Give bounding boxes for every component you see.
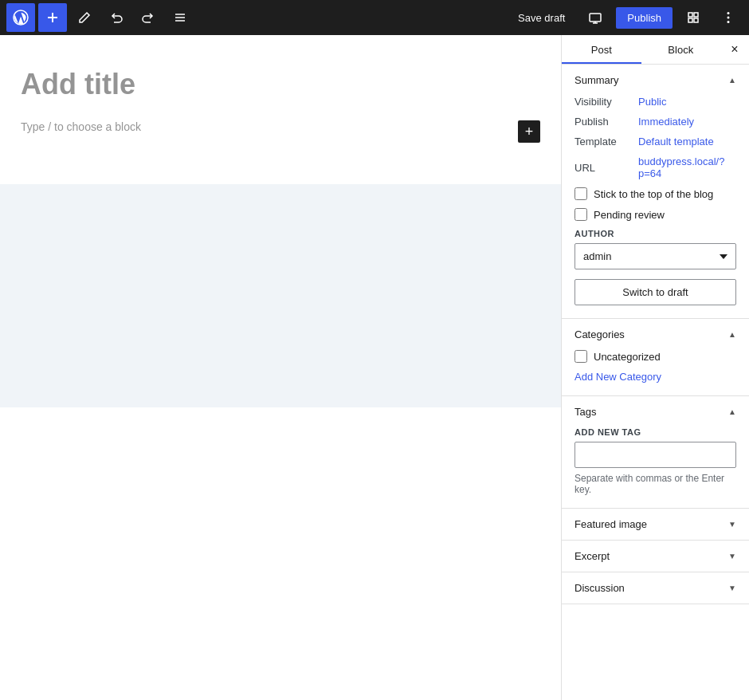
svg-rect-10 [694, 13, 698, 17]
uncategorized-label: Uncategorized [594, 351, 661, 363]
svg-rect-6 [590, 14, 601, 22]
summary-heading: Summary [574, 74, 619, 86]
tags-section-body: ADD NEW TAG Separate with commas or the … [562, 427, 749, 508]
add-block-button[interactable] [38, 3, 67, 32]
settings-button[interactable] [679, 3, 708, 32]
categories-chevron-icon: ▲ [728, 330, 736, 339]
svg-point-15 [727, 21, 730, 23]
discussion-heading: Discussion [574, 582, 625, 594]
save-draft-button[interactable]: Save draft [508, 7, 574, 29]
publish-label: Publish [574, 116, 638, 128]
switch-to-draft-button[interactable]: Switch to draft [574, 279, 736, 305]
categories-section-header[interactable]: Categories ▲ [562, 319, 749, 350]
svg-point-14 [727, 17, 730, 19]
post-title-input[interactable] [21, 67, 540, 101]
more-options-button[interactable] [714, 3, 743, 32]
summary-publish-row: Publish Immediately [574, 116, 736, 128]
sidebar-body: Summary ▲ Visibility Public Publish Imme… [562, 65, 749, 700]
summary-url-row: URL buddypress.local/?p=64 [574, 155, 736, 179]
editor-area: Type / to choose a block + [0, 35, 561, 700]
template-label: Template [574, 136, 638, 147]
section-tags: Tags ▲ ADD NEW TAG Separate with commas … [562, 396, 749, 509]
section-categories: Categories ▲ Uncategorized Add New Categ… [562, 319, 749, 396]
summary-chevron-icon: ▲ [728, 76, 736, 85]
editor-content: Type / to choose a block + [2, 35, 559, 184]
editor-bottom-area [0, 184, 561, 407]
tags-section-header[interactable]: Tags ▲ [562, 396, 749, 427]
url-value[interactable]: buddypress.local/?p=64 [638, 155, 736, 179]
tags-chevron-icon: ▲ [728, 407, 736, 416]
summary-section-header[interactable]: Summary ▲ [562, 65, 749, 96]
summary-visibility-row: Visibility Public [574, 96, 736, 108]
svg-rect-12 [694, 18, 698, 22]
section-summary: Summary ▲ Visibility Public Publish Imme… [562, 65, 749, 319]
block-inserter-area: Type / to choose a block + [21, 120, 540, 152]
featured-image-chevron-icon: ▼ [728, 520, 736, 529]
redo-button[interactable] [134, 3, 163, 32]
pending-review-row: Pending review [574, 208, 736, 221]
summary-template-row: Template Default template [574, 136, 736, 147]
tab-post[interactable]: Post [562, 35, 641, 64]
toolbar-left [6, 3, 505, 32]
stick-to-top-label: Stick to the top of the blog [594, 188, 713, 200]
featured-image-heading: Featured image [574, 518, 647, 530]
discussion-section-header[interactable]: Discussion ▼ [562, 572, 749, 604]
add-inline-block-button[interactable]: + [518, 120, 540, 143]
pending-review-checkbox[interactable] [574, 208, 587, 221]
publish-button[interactable]: Publish [616, 7, 673, 29]
template-value[interactable]: Default template [638, 136, 714, 147]
excerpt-chevron-icon: ▼ [728, 552, 736, 560]
add-new-tag-label: ADD NEW TAG [574, 427, 736, 437]
block-placeholder-text: Type / to choose a block [21, 120, 508, 133]
svg-point-13 [727, 12, 730, 14]
toolbar-right: Save draft Publish [508, 3, 743, 32]
section-excerpt: Excerpt ▼ [562, 541, 749, 572]
categories-heading: Categories [574, 328, 625, 340]
toolbar: Save draft Publish [0, 0, 749, 35]
categories-section-body: Uncategorized Add New Category [562, 350, 749, 395]
undo-button[interactable] [102, 3, 131, 32]
list-view-button[interactable] [166, 3, 194, 32]
main-layout: Type / to choose a block + Post Block × … [0, 35, 749, 700]
visibility-value[interactable]: Public [638, 96, 666, 108]
preview-button[interactable] [581, 3, 610, 32]
svg-rect-11 [688, 18, 692, 22]
tags-heading: Tags [574, 406, 596, 418]
stick-to-top-checkbox[interactable] [574, 187, 587, 200]
excerpt-heading: Excerpt [574, 550, 610, 562]
visibility-label: Visibility [574, 96, 638, 108]
tab-block[interactable]: Block [641, 35, 721, 64]
excerpt-section-header[interactable]: Excerpt ▼ [562, 541, 749, 572]
add-new-category-link[interactable]: Add New Category [574, 371, 736, 383]
author-select[interactable]: admin [574, 243, 736, 269]
tags-hint: Separate with commas or the Enter key. [574, 473, 736, 495]
discussion-chevron-icon: ▼ [728, 584, 736, 592]
summary-section-body: Visibility Public Publish Immediately Te… [562, 96, 749, 318]
author-field-label: AUTHOR [574, 229, 736, 238]
section-featured-image: Featured image ▼ [562, 509, 749, 541]
wp-logo-button[interactable] [6, 3, 35, 32]
section-discussion: Discussion ▼ [562, 572, 749, 604]
svg-rect-9 [688, 13, 692, 17]
author-section: AUTHOR admin [574, 229, 736, 269]
featured-image-section-header[interactable]: Featured image ▼ [562, 509, 749, 540]
url-label: URL [574, 162, 638, 174]
stick-to-top-row: Stick to the top of the blog [574, 187, 736, 200]
pending-review-label: Pending review [594, 209, 665, 221]
sidebar: Post Block × Summary ▲ Visibility Public [561, 35, 749, 700]
sidebar-close-button[interactable]: × [720, 35, 749, 64]
uncategorized-checkbox[interactable] [574, 350, 587, 363]
uncategorized-row: Uncategorized [574, 350, 736, 363]
tags-input[interactable] [574, 442, 736, 468]
edit-mode-button[interactable] [70, 3, 99, 32]
publish-value[interactable]: Immediately [638, 116, 694, 128]
sidebar-tabs: Post Block × [562, 35, 749, 65]
